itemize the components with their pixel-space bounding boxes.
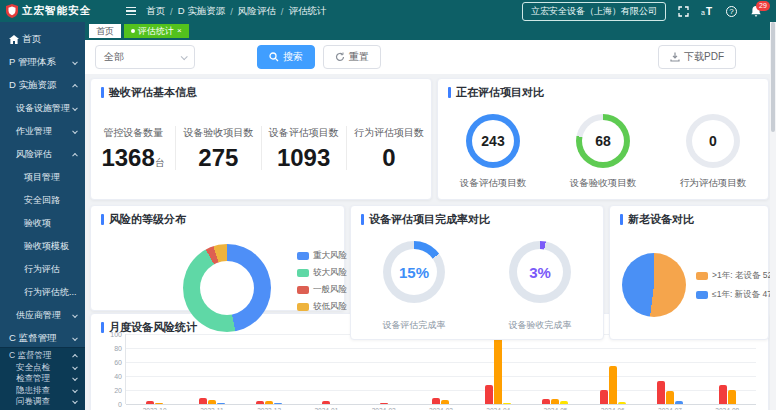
bar-red[interactable] — [256, 401, 264, 405]
bar-blue[interactable] — [217, 403, 225, 404]
bar-red[interactable] — [657, 381, 665, 404]
bar-group: 2024-02 — [355, 334, 412, 404]
sidebar-item[interactable]: 行为评估 — [0, 258, 85, 281]
sidebar-item[interactable]: 问卷调查 — [0, 397, 85, 409]
bar-red[interactable] — [485, 385, 493, 404]
download-pdf-button[interactable]: 下载PDF — [658, 45, 736, 69]
ring-item: 243设备评估项目数 — [438, 114, 548, 190]
legend-item[interactable]: 较低风险 — [297, 301, 347, 313]
ring-value: 0 — [692, 120, 734, 162]
sidebar-item-label: 项目管理 — [24, 171, 60, 184]
help-icon[interactable]: ? — [725, 5, 738, 18]
fullscreen-icon[interactable] — [677, 5, 690, 18]
sidebar-item[interactable]: 首页 — [0, 28, 85, 51]
filter-select[interactable]: 全部 — [95, 45, 195, 69]
legend-item[interactable]: 较大风险 — [297, 267, 347, 279]
sidebar-item[interactable]: 供应商管理 — [0, 304, 85, 327]
sidebar-item[interactable]: 隐患排查 — [0, 385, 85, 397]
progress-ring: 243 — [466, 114, 520, 168]
sidebar-item[interactable]: 风险评估 — [0, 143, 85, 166]
font-size-icon[interactable]: aT — [701, 5, 714, 18]
bar-orange[interactable] — [155, 403, 163, 404]
app-logo: 立宏智能安全 — [0, 4, 122, 18]
sidebar-item[interactable]: 安全点检 — [0, 362, 85, 374]
legend-item[interactable]: 一般风险 — [297, 284, 347, 296]
bar-red[interactable] — [380, 403, 388, 404]
bar-orange[interactable] — [666, 391, 674, 404]
bar-orange[interactable] — [441, 400, 449, 404]
notifications-bell-icon[interactable]: 29 — [749, 5, 762, 18]
tab-home[interactable]: 首页 — [89, 24, 121, 38]
bar-orange[interactable] — [609, 366, 617, 404]
stat-value: 275 — [176, 146, 260, 170]
svg-text:a: a — [701, 9, 705, 16]
bar-orange[interactable] — [728, 390, 736, 404]
bar-red[interactable] — [542, 399, 550, 404]
sidebar-item[interactable]: 验收项模板 — [0, 235, 85, 258]
bar-group: 2024-06 — [584, 334, 641, 404]
bar-yellow[interactable] — [560, 401, 568, 405]
sidebar-item-label: 风险评估 — [16, 148, 52, 161]
sidebar-item[interactable]: 设备设施管理 — [0, 97, 85, 120]
scrollbar-thumb[interactable] — [771, 22, 775, 132]
sidebar-item-label: 问卷调查 — [16, 396, 50, 408]
sidebar-item[interactable]: 行为评估统... — [0, 281, 85, 304]
sidebar-item[interactable]: 项目管理 — [0, 166, 85, 189]
bar-yellow[interactable] — [503, 403, 511, 404]
ring-label: 设备验收完成率 — [509, 319, 572, 332]
y-tick-label: 80 — [114, 345, 122, 352]
bar-red[interactable] — [322, 401, 330, 405]
main-area: 首页 评估统计 × 全部 搜索 重置 下载PDF 验收评估基本信息 管控设备数量… — [85, 22, 776, 410]
bar-red[interactable] — [432, 398, 440, 404]
sidebar-item[interactable]: 检查管理 — [0, 374, 85, 386]
bar-red[interactable] — [146, 401, 154, 405]
stat-label: 行为评估项目数 — [347, 126, 431, 140]
sidebar-item[interactable]: C 监督管理 — [0, 351, 85, 363]
page-scrollbar[interactable] — [770, 22, 776, 410]
legend-item[interactable]: >1年: 老设备 52% — [696, 270, 776, 282]
bar-red[interactable] — [600, 390, 608, 404]
collapse-menu-icon[interactable] — [126, 7, 136, 16]
breadcrumb-item[interactable]: 首页 — [146, 5, 165, 18]
bar-red[interactable] — [719, 385, 727, 404]
bar-orange[interactable] — [208, 400, 216, 404]
bar-blue[interactable] — [274, 403, 282, 404]
title-bar-icon — [101, 214, 104, 225]
search-button[interactable]: 搜索 — [257, 45, 315, 69]
close-tab-icon[interactable]: × — [177, 27, 182, 35]
legend-item[interactable]: ≤1年: 新设备 47% — [696, 289, 776, 301]
sidebar-item-label: 行为评估统... — [24, 286, 77, 299]
reset-button[interactable]: 重置 — [323, 45, 381, 69]
legend-swatch — [297, 252, 309, 260]
card-completion-rate: 设备评估项目完成率对比 15%设备评估完成率3%设备验收完成率 — [350, 205, 604, 340]
ring-value: 3% — [517, 249, 563, 295]
ring-item: 68设备验收项目数 — [548, 114, 658, 190]
title-bar-icon — [620, 214, 623, 225]
company-button[interactable]: 立宏安全设备（上海）有限公司 — [522, 2, 666, 21]
stat-label: 管控设备数量 — [91, 126, 175, 140]
stat-value: 1368台 — [91, 146, 175, 170]
bar-orange[interactable] — [551, 399, 559, 404]
sidebar-item[interactable]: 作业管理 — [0, 120, 85, 143]
bar-orange[interactable] — [494, 338, 502, 405]
completion-gauges: 15%设备评估完成率3%设备验收完成率 — [351, 241, 603, 332]
sidebar-item[interactable]: 安全回路 — [0, 189, 85, 212]
sidebar-item-label: C 监督管理 — [9, 332, 57, 345]
breadcrumb-item[interactable]: 风险评估 — [238, 5, 276, 18]
bar-red[interactable] — [199, 398, 207, 404]
bar-blue[interactable] — [675, 401, 683, 405]
breadcrumb-item[interactable]: D 实施资源 — [178, 5, 226, 18]
stat-item: 设备评估项目数1093 — [262, 126, 347, 170]
bar-yellow[interactable] — [618, 402, 626, 404]
progress-ring: 68 — [576, 114, 630, 168]
bar-orange[interactable] — [265, 401, 273, 404]
breadcrumb-item[interactable]: 评估统计 — [288, 5, 326, 18]
legend-swatch — [696, 272, 708, 280]
sidebar-item[interactable]: P 管理体系 — [0, 51, 85, 74]
sidebar-item[interactable]: D 实施资源 — [0, 74, 85, 97]
chevron-down-icon — [72, 105, 78, 111]
sidebar-item[interactable]: 验收项 — [0, 212, 85, 235]
legend-item[interactable]: 重大风险 — [297, 250, 347, 262]
card-title: 验收评估基本信息 — [91, 79, 431, 104]
tab-assessment-statistics[interactable]: 评估统计 × — [124, 24, 189, 38]
